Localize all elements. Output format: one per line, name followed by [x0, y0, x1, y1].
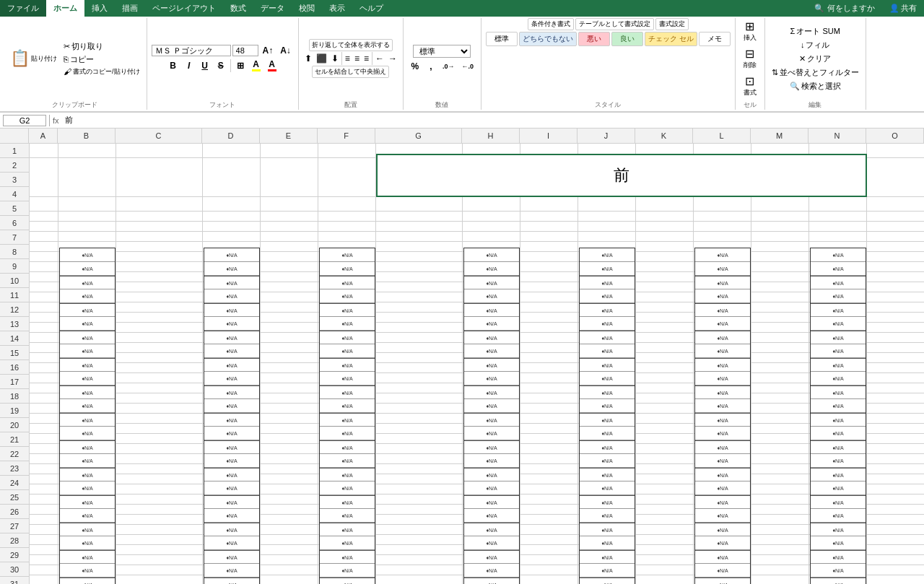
decrease-font-button[interactable]: A↓: [277, 44, 294, 57]
decrease-decimal-button[interactable]: ←.0: [458, 61, 476, 71]
cell-E2[interactable]: [261, 154, 318, 197]
row-header-6[interactable]: 6: [0, 216, 29, 230]
style-memo[interactable]: メモ: [699, 32, 731, 46]
autosum-button[interactable]: Σ オート SUM: [788, 25, 842, 38]
cell-A2[interactable]: [30, 154, 58, 197]
font-name-input[interactable]: [152, 45, 231, 56]
col-header-B[interactable]: B: [58, 128, 116, 143]
col-header-J[interactable]: J: [578, 128, 635, 143]
tab-formula[interactable]: 数式: [223, 0, 253, 17]
row-header-29[interactable]: 29: [0, 548, 29, 562]
seating-card[interactable]: ♦N/A♦N/A♦N/A♦N/A♦N/A♦N/A♦N/A♦N/A♦N/A♦N/A…: [579, 248, 635, 584]
tab-view[interactable]: 表示: [322, 0, 352, 17]
cell-A41[interactable]: [30, 581, 58, 584]
delete-button[interactable]: ⊟ 削除: [740, 45, 760, 71]
row-header-30[interactable]: 30: [0, 562, 29, 577]
tab-file[interactable]: ファイル: [0, 0, 46, 17]
font-size-input[interactable]: [232, 45, 258, 56]
row-header-17[interactable]: 17: [0, 375, 29, 389]
cell-F2[interactable]: [318, 154, 376, 197]
style-neither[interactable]: どちらでもない: [519, 32, 577, 46]
row-header-3[interactable]: 3: [0, 173, 29, 187]
insert-button[interactable]: ⊞ 挿入: [740, 18, 760, 44]
merge-center-button[interactable]: セルを結合して中央揃え: [312, 66, 389, 78]
tab-insert[interactable]: 挿入: [84, 0, 115, 17]
row-header-16[interactable]: 16: [0, 360, 29, 375]
indent-increase-button[interactable]: →: [387, 53, 398, 64]
seating-card[interactable]: ♦N/A♦N/A♦N/A♦N/A♦N/A♦N/A♦N/A♦N/A♦N/A♦N/A…: [59, 248, 116, 584]
align-top-button[interactable]: ⬆: [303, 53, 313, 64]
number-format-select[interactable]: 標準 数値 通貨 日付: [413, 45, 471, 58]
border-button[interactable]: ⊞: [233, 59, 248, 72]
row-header-9[interactable]: 9: [0, 259, 29, 274]
seating-card[interactable]: ♦N/A♦N/A♦N/A♦N/A♦N/A♦N/A♦N/A♦N/A♦N/A♦N/A…: [810, 248, 866, 584]
row-header-11[interactable]: 11: [0, 288, 29, 302]
row-header-1[interactable]: 1: [0, 144, 29, 158]
cell-O41[interactable]: [867, 581, 924, 584]
align-left-button[interactable]: ≡: [344, 53, 352, 64]
tab-search[interactable]: 🔍 何をしますか: [807, 0, 882, 17]
style-check[interactable]: チェック セル: [645, 32, 697, 46]
font-color-button[interactable]: A: [265, 58, 279, 73]
increase-font-button[interactable]: A↑: [260, 44, 276, 57]
percent-button[interactable]: %: [408, 60, 422, 73]
format-button[interactable]: ⊡ 書式: [740, 73, 760, 99]
row-header-26[interactable]: 26: [0, 505, 29, 519]
col-header-F[interactable]: F: [318, 128, 375, 143]
row-header-27[interactable]: 27: [0, 519, 29, 533]
row-header-5[interactable]: 5: [0, 201, 29, 216]
row-header-25[interactable]: 25: [0, 490, 29, 505]
seating-card[interactable]: ♦N/A♦N/A♦N/A♦N/A♦N/A♦N/A♦N/A♦N/A♦N/A♦N/A…: [204, 248, 260, 584]
col-header-O[interactable]: O: [866, 128, 924, 143]
style-standard[interactable]: 標準: [486, 32, 518, 46]
row-header-14[interactable]: 14: [0, 331, 29, 346]
cell-G41[interactable]: [376, 581, 463, 584]
align-center-button[interactable]: ≡: [353, 53, 361, 64]
row-header-24[interactable]: 24: [0, 476, 29, 490]
cell-O2[interactable]: [867, 154, 924, 197]
col-header-D[interactable]: D: [202, 128, 260, 143]
cell-E41[interactable]: [261, 581, 318, 584]
fill-color-button[interactable]: A: [249, 58, 263, 73]
col-header-H[interactable]: H: [462, 128, 520, 143]
format-painter-button[interactable]: 🖌 書式のコピー/貼り付け: [61, 66, 142, 77]
clear-button[interactable]: ✕ クリア: [797, 53, 833, 65]
find-button[interactable]: 🔍 検索と選択: [788, 80, 843, 92]
row-header-20[interactable]: 20: [0, 418, 29, 432]
row-header-31[interactable]: 31: [0, 577, 29, 584]
cell-reference-box[interactable]: [3, 115, 46, 126]
row-header-15[interactable]: 15: [0, 346, 29, 360]
strikethrough-button[interactable]: S: [214, 59, 228, 72]
title-cell[interactable]: 前: [376, 154, 867, 197]
indent-decrease-button[interactable]: ←: [374, 53, 385, 64]
cell-C2[interactable]: [116, 154, 203, 197]
row-header-12[interactable]: 12: [0, 302, 29, 317]
cell-D2[interactable]: [203, 154, 261, 197]
col-header-I[interactable]: I: [520, 128, 578, 143]
row-header-23[interactable]: 23: [0, 461, 29, 476]
seating-card[interactable]: ♦N/A♦N/A♦N/A♦N/A♦N/A♦N/A♦N/A♦N/A♦N/A♦N/A…: [694, 248, 751, 584]
corner-cell[interactable]: [0, 128, 29, 143]
paste-button[interactable]: 📋 貼り付け: [7, 48, 60, 69]
formula-input[interactable]: [62, 116, 921, 126]
seating-card[interactable]: ♦N/A♦N/A♦N/A♦N/A♦N/A♦N/A♦N/A♦N/A♦N/A♦N/A…: [463, 248, 520, 584]
align-right-button[interactable]: ≡: [362, 53, 370, 64]
copy-button[interactable]: ⎘ コピー: [61, 53, 142, 66]
col-header-N[interactable]: N: [808, 128, 866, 143]
col-header-M[interactable]: M: [751, 128, 808, 143]
align-middle-button[interactable]: ⬛: [315, 53, 328, 64]
row-header-8[interactable]: 8: [0, 245, 29, 259]
row-header-21[interactable]: 21: [0, 432, 29, 447]
cell-K41[interactable]: [636, 581, 694, 584]
row-header-28[interactable]: 28: [0, 533, 29, 548]
cell-C41[interactable]: [116, 581, 203, 584]
comma-button[interactable]: ,: [424, 60, 438, 73]
row-header-22[interactable]: 22: [0, 447, 29, 461]
underline-button[interactable]: U: [198, 59, 212, 72]
cut-button[interactable]: ✂ 切り取り: [61, 40, 142, 53]
style-good[interactable]: 良い: [611, 32, 643, 46]
align-bottom-button[interactable]: ⬇: [330, 53, 340, 64]
increase-decimal-button[interactable]: .0→: [440, 61, 458, 71]
tab-help[interactable]: ヘルプ: [352, 0, 391, 17]
sort-filter-button[interactable]: ⇅ 並べ替えとフィルター: [770, 66, 861, 79]
